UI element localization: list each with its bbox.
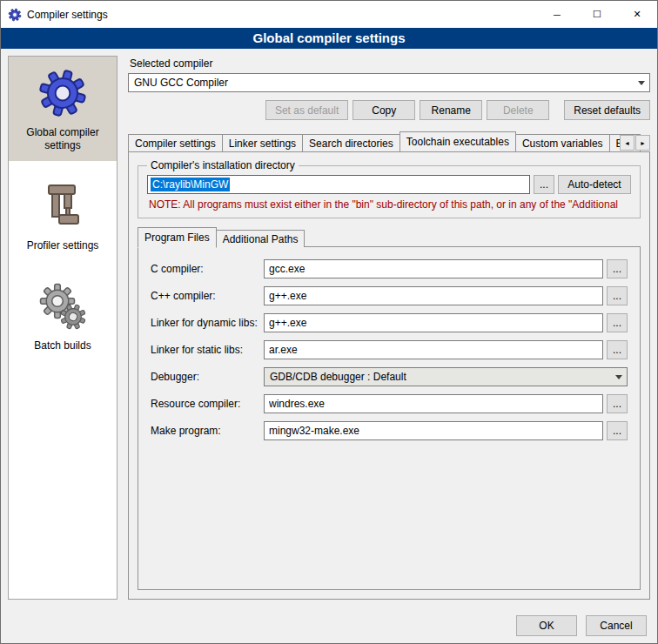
- field-row-cpp-compiler: C++ compiler: ...: [151, 286, 628, 305]
- page-title: Global compiler settings: [1, 28, 657, 49]
- cpp-compiler-browse-button[interactable]: ...: [607, 286, 628, 305]
- sidebar-item-batch-builds[interactable]: Batch builds: [9, 270, 117, 361]
- resource-compiler-input[interactable]: [264, 394, 603, 413]
- make-program-label: Make program:: [151, 425, 264, 437]
- subtab-additional-paths[interactable]: Additional Paths: [216, 230, 306, 247]
- resource-compiler-browse-button[interactable]: ...: [607, 394, 628, 413]
- cpp-compiler-input[interactable]: [264, 286, 603, 305]
- tab-toolchain-executables[interactable]: Toolchain executables: [400, 131, 516, 151]
- make-program-browse-button[interactable]: ...: [607, 421, 628, 440]
- field-row-c-compiler: C compiler: ...: [151, 259, 628, 278]
- debugger-value: GDB/CDB debugger : Default: [270, 371, 406, 383]
- field-row-debugger: Debugger: GDB/CDB debugger : Default: [151, 367, 628, 386]
- linker-dynamic-browse-button[interactable]: ...: [607, 313, 628, 332]
- blue-gear-icon: [37, 67, 89, 119]
- copy-button[interactable]: Copy: [352, 100, 415, 120]
- tab-custom-variables[interactable]: Custom variables: [515, 134, 610, 151]
- linker-dynamic-input[interactable]: [264, 313, 603, 332]
- installation-directory-legend: Compiler's installation directory: [147, 159, 299, 171]
- content: Global compiler settings Profiler settin…: [1, 49, 657, 608]
- rename-button[interactable]: Rename: [420, 100, 482, 120]
- settings-tabstrip: Compiler settings Linker settings Search…: [128, 131, 650, 151]
- tab-search-directories[interactable]: Search directories: [302, 134, 400, 151]
- sidebar-item-global-compiler-settings[interactable]: Global compiler settings: [9, 57, 117, 161]
- selected-compiler-value: GNU GCC Compiler: [134, 77, 228, 89]
- c-compiler-input[interactable]: [264, 259, 603, 278]
- delete-button[interactable]: Delete: [487, 100, 549, 120]
- c-compiler-browse-button[interactable]: ...: [607, 259, 628, 278]
- set-as-default-button[interactable]: Set as default: [265, 100, 348, 120]
- program-files-panel: C compiler: ... C++ compiler: ... Linker…: [138, 246, 641, 590]
- tab-scroll-left-icon[interactable]: ◄: [620, 135, 634, 151]
- field-row-linker-static: Linker for static libs: ...: [151, 340, 628, 359]
- subtab-program-files[interactable]: Program Files: [138, 227, 217, 248]
- field-row-linker-dynamic: Linker for dynamic libs: ...: [151, 313, 628, 332]
- field-row-resource-compiler: Resource compiler: ...: [151, 394, 628, 413]
- linker-static-browse-button[interactable]: ...: [607, 340, 628, 359]
- cpp-compiler-label: C++ compiler:: [151, 290, 264, 302]
- maximize-button[interactable]: ☐: [577, 1, 617, 28]
- reset-defaults-button[interactable]: Reset defaults: [564, 100, 650, 120]
- sidebar-item-label: Batch builds: [34, 339, 91, 352]
- program-files-tabstrip: Program Files Additional Paths: [138, 227, 641, 247]
- window-controls: ─ ☐ ✕: [537, 1, 657, 28]
- window-title: Compiler settings: [27, 9, 108, 21]
- dialog-footer: OK Cancel: [1, 608, 657, 643]
- chevron-down-icon: [634, 74, 649, 91]
- close-button[interactable]: ✕: [617, 1, 657, 28]
- tab-scrollers: ◄ ►: [620, 135, 650, 151]
- field-row-make-program: Make program: ...: [151, 421, 628, 440]
- compiler-actions: Set as default Copy Rename Delete Reset …: [128, 100, 650, 120]
- sidebar-item-label: Global compiler settings: [12, 126, 113, 152]
- installation-directory-value: C:\raylib\MinGW: [151, 178, 230, 191]
- installation-directory-input[interactable]: C:\raylib\MinGW: [147, 175, 530, 194]
- linker-static-label: Linker for static libs:: [151, 344, 264, 356]
- sidebar: Global compiler settings Profiler settin…: [8, 56, 118, 600]
- installation-directory-group: Compiler's installation directory C:\ray…: [138, 159, 641, 218]
- titlebar: Compiler settings ─ ☐ ✕: [1, 1, 657, 28]
- main-panel: Selected compiler GNU GCC Compiler Set a…: [128, 56, 650, 600]
- installation-directory-row: C:\raylib\MinGW ... Auto-detect: [147, 175, 631, 194]
- ok-button[interactable]: OK: [516, 615, 577, 636]
- linker-dynamic-label: Linker for dynamic libs:: [151, 317, 264, 329]
- profiler-tool-icon: [37, 180, 89, 232]
- bin-subdirectory-note: NOTE: All programs must exist either in …: [149, 198, 629, 211]
- debugger-dropdown[interactable]: GDB/CDB debugger : Default: [264, 367, 628, 386]
- installation-directory-browse-button[interactable]: ...: [534, 175, 554, 194]
- batch-builds-gears-icon: [37, 280, 89, 332]
- sidebar-item-profiler-settings[interactable]: Profiler settings: [9, 170, 117, 261]
- debugger-label: Debugger:: [151, 371, 264, 383]
- tab-linker-settings[interactable]: Linker settings: [222, 134, 303, 151]
- resource-compiler-label: Resource compiler:: [151, 398, 264, 410]
- c-compiler-label: C compiler:: [151, 263, 264, 275]
- tab-compiler-settings[interactable]: Compiler settings: [128, 134, 223, 151]
- selected-compiler-label: Selected compiler: [130, 57, 650, 70]
- selected-compiler-dropdown[interactable]: GNU GCC Compiler: [128, 73, 650, 92]
- minimize-button[interactable]: ─: [537, 1, 577, 28]
- make-program-input[interactable]: [264, 421, 603, 440]
- compiler-settings-window: Compiler settings ─ ☐ ✕ Global compiler …: [0, 0, 658, 644]
- tab-scroll-right-icon[interactable]: ►: [635, 135, 650, 151]
- linker-static-input[interactable]: [264, 340, 603, 359]
- chevron-down-icon: [611, 368, 627, 386]
- cancel-button[interactable]: Cancel: [586, 615, 647, 636]
- auto-detect-button[interactable]: Auto-detect: [558, 175, 631, 194]
- app-gear-icon: [8, 8, 22, 22]
- toolchain-executables-panel: Compiler's installation directory C:\ray…: [128, 151, 650, 600]
- sidebar-item-label: Profiler settings: [27, 239, 99, 252]
